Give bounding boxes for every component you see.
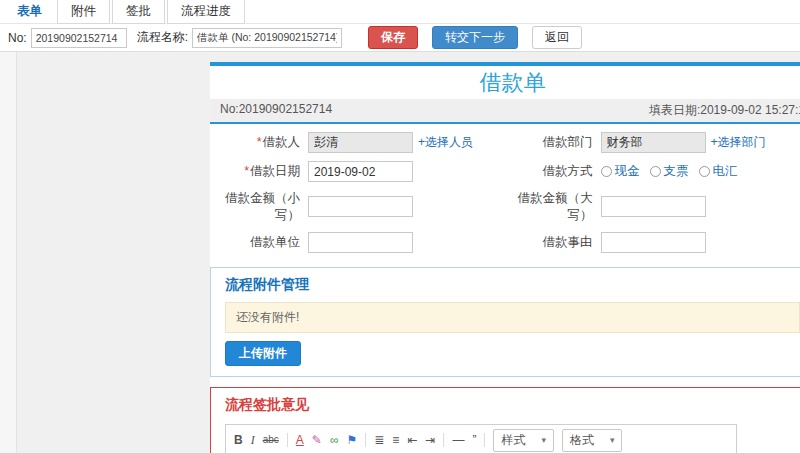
toolbar-separator: [484, 433, 485, 447]
method-label: 借款方式: [513, 163, 601, 180]
indent-icon[interactable]: ⇥: [425, 434, 435, 446]
amount-small-input[interactable]: [308, 196, 413, 217]
chevron-down-icon: ▾: [541, 435, 546, 445]
attachment-section-title: 流程附件管理: [225, 276, 800, 294]
loan-date-label: *借款日期: [220, 163, 308, 180]
blockquote-icon[interactable]: ”: [472, 434, 476, 446]
tab-progress[interactable]: 流程进度: [167, 0, 245, 24]
borrower-label: *借款人: [220, 134, 308, 151]
method-option-wire[interactable]: 电汇: [699, 163, 738, 180]
back-button[interactable]: 返回: [532, 26, 582, 49]
strikethrough-icon[interactable]: abc: [263, 435, 279, 445]
upload-attachment-button[interactable]: 上传附件: [225, 341, 301, 366]
radio-icon: [601, 166, 612, 177]
save-button[interactable]: 保存: [368, 26, 418, 49]
reason-input[interactable]: [601, 232, 706, 253]
amount-small-label: 借款金额（小写）: [220, 190, 308, 224]
format-dropdown[interactable]: 格式 ▾: [562, 429, 623, 452]
info-bar: No:20190902152714 填表日期:2019-09-02 15:27:…: [210, 99, 800, 124]
workspace: 借款单 No:20190902152714 填表日期:2019-09-02 15…: [0, 52, 800, 453]
chevron-down-icon: ▾: [610, 435, 615, 445]
flag-icon[interactable]: ⚑: [346, 434, 357, 446]
radio-icon: [699, 166, 710, 177]
toolbar-separator: [365, 433, 366, 447]
style-dropdown[interactable]: 样式 ▾: [493, 429, 554, 452]
rich-text-editor: B I abc A ✎ ∞ ⚑ ≣ ≡ ⇤ ⇥ ― ”: [225, 424, 737, 453]
tab-approval[interactable]: 签批: [112, 0, 165, 24]
left-panel-scrollbar[interactable]: [0, 52, 17, 453]
page-title: 借款单: [210, 71, 800, 95]
hr-icon[interactable]: ―: [452, 434, 464, 446]
method-options: 现金 支票 电汇: [601, 163, 800, 180]
process-name-input[interactable]: [192, 28, 342, 48]
select-department-link[interactable]: +选择部门: [711, 134, 766, 151]
attachment-section: 流程附件管理 还没有附件! 上传附件: [210, 267, 800, 377]
loan-form: *借款人 +选择人员 借款部门 +选择部门 *借款日期 借款方式 现金 支票 电…: [210, 124, 800, 259]
loan-date-input[interactable]: [308, 161, 413, 182]
no-attachment-notice: 还没有附件!: [225, 302, 800, 333]
pencil-icon[interactable]: ✎: [312, 434, 322, 446]
no-label: No:: [8, 31, 27, 45]
panel-top-accent: [210, 62, 800, 66]
borrower-input[interactable]: [308, 132, 413, 153]
editor-toolbar: B I abc A ✎ ∞ ⚑ ≣ ≡ ⇤ ⇥ ― ”: [226, 425, 736, 453]
format-dropdown-label: 格式: [570, 432, 594, 449]
required-marker: *: [244, 164, 249, 178]
ordered-list-icon[interactable]: ≣: [374, 434, 384, 446]
no-input[interactable]: [31, 28, 127, 48]
unordered-list-icon[interactable]: ≡: [392, 434, 399, 446]
next-step-button[interactable]: 转交下一步: [432, 26, 518, 49]
outdent-icon[interactable]: ⇤: [407, 434, 417, 446]
required-marker: *: [257, 135, 262, 149]
action-toolbar: No: 流程名称: 保存 转交下一步 返回: [0, 24, 800, 52]
tab-bar: 表单 附件 签批 流程进度: [0, 0, 800, 24]
approval-section: 流程签批意见 B I abc A ✎ ∞ ⚑ ≣ ≡ ⇤ ⇥: [210, 387, 800, 453]
italic-icon[interactable]: I: [251, 434, 255, 446]
method-option-cash[interactable]: 现金: [601, 163, 640, 180]
unit-input[interactable]: [308, 232, 413, 253]
tab-attachment[interactable]: 附件: [57, 0, 110, 24]
toolbar-separator: [287, 433, 288, 447]
approval-section-title: 流程签批意见: [225, 396, 800, 414]
select-person-link[interactable]: +选择人员: [418, 134, 473, 151]
amount-big-input[interactable]: [601, 196, 706, 217]
method-option-check[interactable]: 支票: [650, 163, 689, 180]
radio-icon: [650, 166, 661, 177]
amount-big-label: 借款金额（大写）: [513, 190, 601, 224]
process-name-label: 流程名称:: [137, 29, 188, 46]
form-panel: 借款单 No:20190902152714 填表日期:2019-09-02 15…: [210, 62, 800, 453]
toolbar-separator: [443, 433, 444, 447]
department-label: 借款部门: [513, 134, 601, 151]
font-color-icon[interactable]: A: [296, 434, 304, 446]
department-input[interactable]: [601, 132, 706, 153]
link-icon[interactable]: ∞: [330, 434, 339, 446]
tab-form[interactable]: 表单: [4, 0, 55, 23]
form-date-text: 填表日期:2019-09-02 15:27:1: [649, 102, 800, 119]
bold-icon[interactable]: B: [234, 434, 243, 446]
style-dropdown-label: 样式: [501, 432, 525, 449]
unit-label: 借款单位: [220, 234, 308, 251]
form-number-text: No:20190902152714: [220, 102, 332, 119]
reason-label: 借款事由: [513, 234, 601, 251]
